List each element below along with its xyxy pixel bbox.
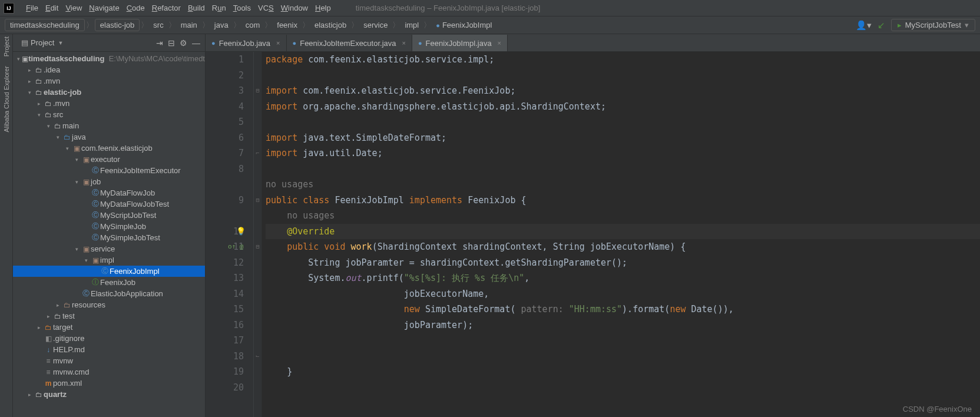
close-icon[interactable]: × [498,39,501,47]
crumb[interactable]: service [360,21,391,29]
fold-column[interactable]: ⊟⌐⊟⊟⌙ [254,52,262,417]
tree-item[interactable]: FeenixJob [100,278,135,287]
tree-item[interactable]: MyScriptJobTest [100,211,156,220]
override-gutter-icon[interactable]: o↑ @ [228,239,244,255]
tree-item[interactable]: target [53,323,72,332]
tree-item[interactable]: MyDataFlowJobTest [100,200,169,208]
menu-build[interactable]: Build [184,4,208,12]
tree-item[interactable]: com.feenix.elasticjob [81,144,153,153]
menu-code[interactable]: Code [123,4,148,12]
editor: ●FeenixJob.java× ●FeenixJobItemExecutor.… [206,34,980,417]
tree-item[interactable]: mvnw.cmd [53,368,89,376]
tree-item[interactable]: HELP.md [53,345,85,354]
project-tool-button[interactable]: Project [3,37,10,57]
tree-item[interactable]: mvnw [53,356,73,365]
project-view-label: Project [31,38,54,47]
code-content[interactable]: package com.feenix.elasticjob.service.im… [262,52,980,417]
crumb-file-label: FeenixJobImpl [442,21,492,29]
tree-item[interactable]: .gitignore [53,334,84,343]
tree-item[interactable]: impl [100,256,114,264]
project-tree[interactable]: ▾▣timedtaskscheduling E:\MyNuts\MCA\code… [13,52,205,417]
minimize-icon[interactable]: — [192,38,200,48]
crumb-module[interactable]: elastic-job [95,19,140,31]
menu-window[interactable]: Window [277,4,312,12]
tab-label: FeenixJobImpl.java [426,39,492,48]
tree-item[interactable]: .idea [44,65,60,74]
editor-tab-active[interactable]: ●FeenixJobImpl.java× [412,35,508,51]
tree-item[interactable]: ElasticJobApplication [91,289,163,298]
select-opened-icon[interactable]: ⊟ [168,38,175,48]
tree-item[interactable]: MySimpleJobTest [100,233,160,242]
menu-edit[interactable]: Edit [42,4,62,12]
tree-item[interactable]: executor [91,155,120,164]
flatten-icon[interactable]: ⇥ [156,38,163,48]
tree-item[interactable]: job [91,177,101,186]
menu-help[interactable]: Help [312,4,335,12]
app-logo-icon: IJ [4,3,14,14]
cwm-icon[interactable]: 👤▾ [856,20,872,31]
tree-item[interactable]: service [91,244,115,253]
tree-root-path: E:\MyNuts\MCA\code\timedt [109,54,205,63]
crumb[interactable]: elasticjob [311,21,350,29]
tree-item[interactable]: resources [72,300,105,309]
project-panel-header: ▤ Project ▼ ⇥ ⊟ ⚙ — [13,34,205,52]
cloud-explorer-tool-button[interactable]: Alibaba Cloud Explorer [3,66,10,133]
tree-item[interactable]: quartz [44,390,67,399]
project-panel: ▤ Project ▼ ⇥ ⊟ ⚙ — ▾▣timedtaskschedulin… [13,34,206,417]
crumb[interactable]: com [242,21,264,29]
tree-item[interactable]: main [62,121,79,130]
crumb-file[interactable]: ●FeenixJobImpl [432,21,495,29]
crumb[interactable]: src [150,21,167,29]
breadcrumb-bar: timedtaskscheduling〉 elastic-job〉 src〉 m… [0,16,980,34]
gutter[interactable]: 1 2 3 4 5 6 7 8 9 10💡 11o↑ @ 12 13 14 15… [206,52,254,417]
build-icon[interactable]: ↙ [878,20,885,31]
tree-item[interactable]: java [72,133,86,141]
tab-label: FeenixJob.java [219,39,270,48]
editor-tab[interactable]: ●FeenixJobItemExecutor.java× [287,35,412,51]
menu-refactor[interactable]: Refactor [148,4,184,12]
close-icon[interactable]: × [276,39,280,47]
menu-file[interactable]: File [22,4,42,12]
menu-tools[interactable]: Tools [230,4,254,12]
editor-tab[interactable]: ●FeenixJob.java× [206,35,287,51]
close-icon[interactable]: × [402,39,406,47]
menu-view[interactable]: View [62,4,85,12]
crumb-root[interactable]: timedtaskscheduling [5,19,85,31]
menu-navigate[interactable]: Navigate [85,4,122,12]
editor-tabs: ●FeenixJob.java× ●FeenixJobItemExecutor.… [206,34,980,52]
tree-item[interactable]: elastic-job [44,88,81,97]
code-area[interactable]: 1 2 3 4 5 6 7 8 9 10💡 11o↑ @ 12 13 14 15… [206,52,980,417]
watermark: CSDN @FeenixOne [903,405,972,413]
tree-item[interactable]: test [62,312,75,320]
menu-vcs[interactable]: VCS [254,4,277,12]
crumb[interactable]: impl [401,21,422,29]
run-config-selector[interactable]: ▸ MyScriptJobTest ▾ [891,19,975,31]
run-config-label: MyScriptJobTest [905,21,961,29]
crumb[interactable]: feenix [273,21,301,29]
tree-item[interactable]: MyDataFlowJob [100,188,155,197]
tree-item[interactable]: .mvn [53,99,69,108]
tree-item[interactable]: pom.xml [53,379,82,388]
tree-root[interactable]: timedtaskscheduling [28,54,104,63]
window-title: timedtaskscheduling – FeenixJobImpl.java… [356,4,541,12]
crumb[interactable]: java [211,21,232,29]
left-toolbar: Project Alibaba Cloud Explorer [0,34,13,417]
tree-item[interactable]: MySimpleJob [100,222,146,231]
tree-item[interactable]: .mvn [44,77,60,85]
tree-item[interactable]: src [53,110,63,119]
project-view-selector[interactable]: ▤ Project ▼ [18,37,67,48]
gear-icon[interactable]: ⚙ [180,38,187,48]
tree-item[interactable]: FeenixJobItemExecutor [100,166,181,175]
menubar: IJ File Edit View Navigate Code Refactor… [0,0,980,16]
tab-label: FeenixJobItemExecutor.java [300,39,396,48]
tree-item-selected[interactable]: FeenixJobImpl [110,267,160,276]
menu-run[interactable]: Run [208,4,230,12]
intention-bulb-icon[interactable]: 💡 [236,224,246,240]
crumb[interactable]: main [177,21,201,29]
